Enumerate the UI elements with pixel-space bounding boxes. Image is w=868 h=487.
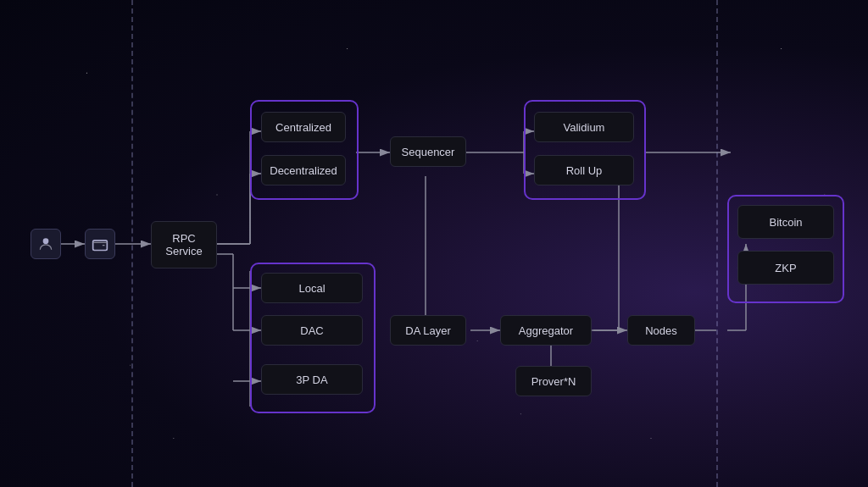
validium-node: Validium (534, 112, 634, 142)
three-p-da-node: 3P DA (261, 364, 363, 395)
aggregator-node: Aggregator (500, 315, 592, 346)
dac-node: DAC (261, 315, 363, 346)
decentralized-node: Decentralized (261, 155, 346, 185)
user-icon (31, 229, 61, 259)
da-layer-node: DA Layer (390, 315, 466, 346)
rollup-node: Roll Up (534, 155, 634, 185)
left-divider (131, 0, 133, 487)
nodes-node: Nodes (627, 315, 695, 346)
sequencer-node: Sequencer (390, 136, 466, 167)
svg-point-31 (43, 238, 49, 244)
rpc-service-node: RPC Service (151, 221, 217, 268)
zkp-node: ZKP (737, 251, 834, 285)
architecture-diagram: RPC Service Centralized Decentralized Se… (0, 0, 868, 487)
wallet-icon (85, 229, 115, 259)
bitcoin-node: Bitcoin (737, 205, 834, 239)
prover-n-node: Prover*N (515, 366, 592, 396)
right-divider (716, 0, 718, 487)
svg-rect-32 (93, 241, 108, 251)
centralized-node: Centralized (261, 112, 346, 142)
local-node: Local (261, 273, 363, 303)
